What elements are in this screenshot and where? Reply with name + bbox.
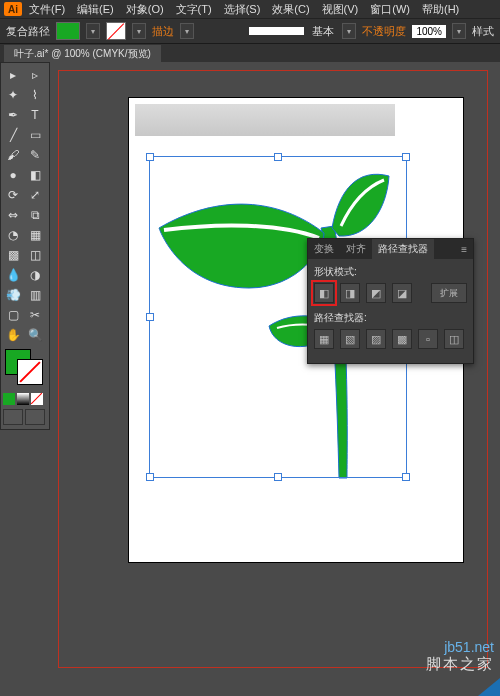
menu-bar: Ai 文件(F) 编辑(E) 对象(O) 文字(T) 选择(S) 效果(C) 视… [0,0,500,18]
type-tool[interactable]: T [25,106,45,124]
tab-transform[interactable]: 变换 [308,239,340,259]
color-mode-row [3,393,47,405]
outline-button[interactable]: ▫ [418,329,438,349]
color-mode-color[interactable] [3,393,15,405]
hand-tool[interactable]: ✋ [3,326,23,344]
document-tab-bar: 叶子.ai* @ 100% (CMYK/预览) [0,43,500,64]
shape-mode-label: 形状模式: [314,265,467,279]
selection-type-label: 复合路径 [6,24,50,39]
line-tool[interactable]: ╱ [3,126,23,144]
handle-nw[interactable] [146,153,154,161]
divide-button[interactable]: ▦ [314,329,334,349]
app-icon: Ai [4,2,22,16]
minus-front-button[interactable]: ◨ [340,283,360,303]
stroke-swatch[interactable] [106,22,126,40]
handle-ne[interactable] [402,153,410,161]
handle-s[interactable] [274,473,282,481]
guide-border [58,70,488,668]
screen-mode-normal[interactable] [3,409,23,425]
pathfinder-row: ▦ ▧ ▨ ▩ ▫ ◫ [314,329,467,349]
opacity-dropdown-icon[interactable]: ▾ [452,23,466,39]
tab-align[interactable]: 对齐 [340,239,372,259]
handle-w[interactable] [146,313,154,321]
watermark: jb51.net 脚本之家 [426,639,494,674]
document-tab[interactable]: 叶子.ai* @ 100% (CMYK/预览) [4,45,161,63]
free-transform-tool[interactable]: ⧉ [25,206,45,224]
menu-help[interactable]: 帮助(H) [417,2,464,17]
watermark-url: jb51.net [426,639,494,655]
stroke-weight-dropdown[interactable]: ▾ [180,23,194,39]
menu-view[interactable]: 视图(V) [317,2,364,17]
menu-window[interactable]: 窗口(W) [365,2,415,17]
stroke-label[interactable]: 描边 [152,24,174,39]
graph-tool[interactable]: ▥ [25,286,45,304]
pathfinder-panel[interactable]: 变换 对齐 路径查找器 ≡ 形状模式: ◧ ◨ ◩ ◪ 扩展 路径查找器: ▦ … [307,238,474,364]
stroke-dropdown-icon[interactable]: ▾ [132,23,146,39]
menu-effect[interactable]: 效果(C) [267,2,314,17]
minus-back-button[interactable]: ◫ [444,329,464,349]
style-label[interactable]: 样式 [472,24,494,39]
brush-basic-label[interactable]: 基本 [310,24,336,39]
eraser-tool[interactable]: ◧ [25,166,45,184]
shape-builder-tool[interactable]: ◔ [3,226,23,244]
zoom-tool[interactable]: 🔍 [25,326,45,344]
selection-tool[interactable]: ▸ [3,66,23,84]
pen-tool[interactable]: ✒ [3,106,23,124]
gradient-tool[interactable]: ◫ [25,246,45,264]
scale-tool[interactable]: ⤢ [25,186,45,204]
workspace: ▸ ▹ ✦ ⌇ ✒ T ╱ ▭ 🖌 ✎ ● ◧ ⟳ ⤢ ⇔ ⧉ ◔ ▦ ▩ ◫ … [0,62,500,696]
shape-mode-row: ◧ ◨ ◩ ◪ 扩展 [314,283,467,303]
color-mode-gradient[interactable] [17,393,29,405]
blob-brush-tool[interactable]: ● [3,166,23,184]
perspective-tool[interactable]: ▦ [25,226,45,244]
opacity-value[interactable]: 100% [412,25,446,38]
tab-pathfinder[interactable]: 路径查找器 [372,239,434,259]
brush-preview[interactable] [249,27,304,35]
rotate-tool[interactable]: ⟳ [3,186,23,204]
mesh-tool[interactable]: ▩ [3,246,23,264]
watermark-text: 脚本之家 [426,655,494,674]
brush-dropdown-icon[interactable]: ▾ [342,23,356,39]
handle-se[interactable] [402,473,410,481]
menu-select[interactable]: 选择(S) [219,2,266,17]
control-bar: 复合路径 ▾ ▾ 描边 ▾ 基本 ▾ 不透明度 100% ▾ 样式 [0,18,500,43]
unite-button[interactable]: ◧ [314,283,334,303]
handle-sw[interactable] [146,473,154,481]
symbol-sprayer-tool[interactable]: 💨 [3,286,23,304]
crop-button[interactable]: ▩ [392,329,412,349]
menu-object[interactable]: 对象(O) [121,2,169,17]
merge-button[interactable]: ▨ [366,329,386,349]
paintbrush-tool[interactable]: 🖌 [3,146,23,164]
magic-wand-tool[interactable]: ✦ [3,86,23,104]
menu-file[interactable]: 文件(F) [24,2,70,17]
blend-tool[interactable]: ◑ [25,266,45,284]
opacity-label[interactable]: 不透明度 [362,24,406,39]
exclude-button[interactable]: ◪ [392,283,412,303]
fill-swatch[interactable] [56,22,80,40]
tool-panel: ▸ ▹ ✦ ⌇ ✒ T ╱ ▭ 🖌 ✎ ● ◧ ⟳ ⤢ ⇔ ⧉ ◔ ▦ ▩ ◫ … [0,62,50,430]
corner-fold-icon [478,678,500,696]
fill-dropdown-icon[interactable]: ▾ [86,23,100,39]
trim-button[interactable]: ▧ [340,329,360,349]
panel-menu-icon[interactable]: ≡ [455,244,473,255]
canvas-area[interactable] [50,62,496,676]
direct-selection-tool[interactable]: ▹ [25,66,45,84]
screen-mode-toggle[interactable] [25,409,45,425]
artboard-tool[interactable]: ▢ [3,306,23,324]
fill-stroke-control[interactable] [3,349,47,387]
intersect-button[interactable]: ◩ [366,283,386,303]
expand-button[interactable]: 扩展 [431,283,467,303]
rectangle-tool[interactable]: ▭ [25,126,45,144]
pencil-tool[interactable]: ✎ [25,146,45,164]
screen-mode-row [3,409,47,425]
color-mode-none[interactable] [31,393,43,405]
panel-tab-strip: 变换 对齐 路径查找器 ≡ [308,239,473,259]
handle-n[interactable] [274,153,282,161]
menu-type[interactable]: 文字(T) [171,2,217,17]
slice-tool[interactable]: ✂ [25,306,45,324]
stroke-color-square[interactable] [17,359,43,385]
width-tool[interactable]: ⇔ [3,206,23,224]
eyedropper-tool[interactable]: 💧 [3,266,23,284]
menu-edit[interactable]: 编辑(E) [72,2,119,17]
lasso-tool[interactable]: ⌇ [25,86,45,104]
